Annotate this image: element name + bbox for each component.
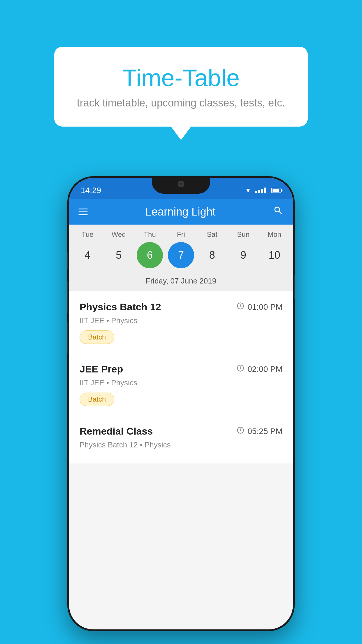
app-title: Learning Light [145, 206, 216, 218]
phone-screen: 14:29 ▼ [69, 178, 293, 629]
day-9[interactable]: 9 [230, 242, 256, 268]
clock-icon-1 [236, 302, 245, 312]
battery-icon [271, 188, 281, 193]
signal-icon [255, 188, 266, 193]
phone-mockup: 14:29 ▼ [67, 176, 295, 631]
schedule-item-2-time: 02:00 PM [236, 364, 282, 374]
search-button[interactable] [273, 205, 284, 218]
schedule-item-1-time: 01:00 PM [236, 302, 282, 312]
day-4[interactable]: 4 [74, 242, 101, 268]
day-10[interactable]: 10 [261, 242, 287, 268]
schedule-item-3-title: Remedial Class [80, 426, 153, 437]
status-icons: ▼ [245, 187, 281, 194]
day-header-sat: Sat [199, 230, 225, 239]
schedule-item-2-badge: Batch [80, 393, 114, 406]
day-8[interactable]: 8 [199, 242, 225, 268]
day-6-today[interactable]: 6 [137, 242, 163, 268]
schedule-item-2-title: JEE Prep [80, 363, 123, 375]
day-5[interactable]: 5 [106, 242, 132, 268]
schedule-item-2-header: JEE Prep 02:00 PM [80, 363, 282, 375]
day-header-mon: Mon [261, 230, 287, 239]
schedule-item-1-time-text: 01:00 PM [247, 302, 282, 312]
schedule-item-1[interactable]: Physics Batch 12 01:00 PM IIT JEE • Phys… [69, 291, 293, 353]
hamburger-line [78, 214, 88, 215]
schedule-list: Physics Batch 12 01:00 PM IIT JEE • Phys… [69, 291, 293, 463]
top-section: Time-Table track timetable, upcoming cla… [0, 0, 362, 159]
hamburger-line [78, 211, 88, 212]
bubble-title: Time-Table [72, 64, 290, 92]
schedule-item-3[interactable]: Remedial Class 05:25 PM Physics Batch 12… [69, 415, 293, 463]
day-header-tue: Tue [74, 230, 101, 239]
day-header-thu: Thu [137, 230, 163, 239]
app-header: Learning Light [69, 199, 293, 225]
speech-bubble: Time-Table track timetable, upcoming cla… [54, 47, 308, 127]
phone-notch [152, 176, 210, 194]
day-headers: Tue Wed Thu Fri Sat Sun Mon [69, 230, 293, 242]
schedule-item-1-title: Physics Batch 12 [80, 301, 161, 313]
phone-camera [178, 181, 184, 187]
schedule-item-3-time-text: 05:25 PM [247, 427, 282, 436]
day-header-sun: Sun [230, 230, 256, 239]
volume-up-button [67, 281, 68, 313]
volume-down-button [67, 322, 68, 354]
bubble-subtitle: track timetable, upcoming classes, tests… [72, 97, 290, 109]
schedule-item-3-time: 05:25 PM [236, 426, 282, 436]
schedule-item-2[interactable]: JEE Prep 02:00 PM IIT JEE • Physics Batc… [69, 353, 293, 415]
schedule-item-2-time-text: 02:00 PM [247, 365, 282, 374]
day-7-selected[interactable]: 7 [168, 242, 194, 268]
status-time: 14:29 [81, 186, 101, 195]
schedule-item-1-header: Physics Batch 12 01:00 PM [80, 301, 282, 313]
selected-date-label: Friday, 07 June 2019 [69, 274, 293, 291]
day-numbers: 4 5 6 7 8 9 10 [69, 242, 293, 274]
power-button [294, 275, 295, 299]
schedule-item-3-subtitle: Physics Batch 12 • Physics [80, 440, 282, 449]
clock-icon-2 [236, 364, 245, 374]
schedule-item-3-header: Remedial Class 05:25 PM [80, 426, 282, 437]
day-header-wed: Wed [106, 230, 132, 239]
calendar-strip: Tue Wed Thu Fri Sat Sun Mon 4 5 6 7 8 9 … [69, 225, 293, 291]
phone-frame: 14:29 ▼ [67, 176, 295, 631]
wifi-icon: ▼ [245, 187, 251, 194]
clock-icon-3 [236, 426, 245, 436]
day-header-fri: Fri [168, 230, 194, 239]
schedule-item-2-subtitle: IIT JEE • Physics [80, 378, 282, 387]
hamburger-menu-button[interactable] [78, 209, 88, 215]
schedule-item-1-subtitle: IIT JEE • Physics [80, 316, 282, 325]
schedule-item-1-badge: Batch [80, 330, 114, 344]
silent-button [67, 252, 68, 270]
hamburger-line [78, 209, 88, 209]
